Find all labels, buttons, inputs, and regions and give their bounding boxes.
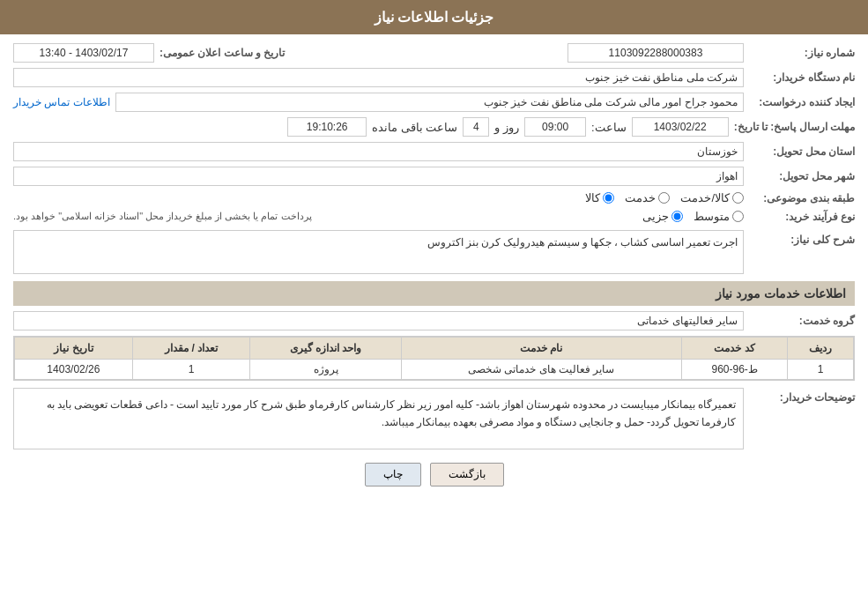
deadline-label: مهلت ارسال پاسخ: تا تاریخ: (734, 121, 855, 133)
radio-medium[interactable]: متوسط (694, 210, 744, 223)
col-unit: واحد اندازه گیری (250, 338, 401, 360)
goods-service-label: کالا/خدمت (680, 191, 730, 204)
deadline-days: 4 (463, 117, 489, 137)
city-label: شهر محل تحویل: (749, 170, 855, 182)
cell-service-name: سایر فعالیت های خدماتی شخصی (401, 360, 681, 380)
col-quantity: تعداد / مقدار (132, 338, 250, 360)
service-group-value: سایر فعالیتهای خدماتی (13, 311, 744, 330)
services-section-title: اطلاعات خدمات مورد نیاز (13, 281, 855, 306)
process-radio-group: متوسط جزیی (326, 210, 744, 223)
col-service-code: کد خدمت (681, 338, 787, 360)
col-row-num: ردیف (788, 338, 854, 360)
province-value: خوزستان (13, 142, 744, 161)
print-button[interactable]: چاپ (365, 463, 421, 486)
service-group-label: گروه خدمت: (749, 315, 855, 327)
back-button[interactable]: بازگشت (430, 463, 504, 486)
col-service-name: نام خدمت (401, 338, 681, 360)
deadline-time: 09:00 (524, 117, 586, 137)
buyer-org-value: شرکت ملی مناطق نفت خیز جنوب (13, 68, 744, 87)
deadline-time-label: ساعت: (591, 121, 627, 134)
need-description-value: اجرت تعمیر اساسی کشاب ، جکها و سیستم هید… (13, 230, 744, 274)
radio-service[interactable]: خدمت (625, 191, 670, 204)
page-title: جزئیات اطلاعات نیاز (0, 0, 868, 34)
category-radio-group: کالا/خدمت خدمت کالا (13, 191, 744, 204)
announcement-value: 1403/02/17 - 13:40 (13, 43, 154, 63)
process-description: پرداخت تمام یا بخشی از مبلغ خریداز محل "… (13, 211, 312, 222)
need-description-label: شرح کلی نیاز: (749, 230, 855, 246)
city-value: اهواز (13, 167, 744, 186)
process-label: نوع فرآیند خرید: (749, 211, 855, 223)
deadline-date: 1403/02/22 (632, 117, 729, 137)
announcement-label: تاریخ و ساعت اعلان عمومی: (160, 47, 285, 59)
buyer-notes-label: توضیحات خریدار: (749, 388, 855, 404)
col-date: تاریخ نیاز (15, 338, 133, 360)
goods-label: کالا (585, 191, 600, 204)
process-partial-label: جزیی (642, 210, 669, 223)
radio-goods[interactable]: کالا (585, 191, 614, 204)
need-number-value: 1103092288000383 (568, 43, 744, 63)
creator-value: محمود جراح امور مالی شرکت ملی مناطق نفت … (115, 93, 744, 112)
radio-partial[interactable]: جزیی (642, 210, 683, 223)
cell-service-code: ط-96-960 (681, 360, 787, 380)
creator-contact-link[interactable]: اطلاعات تماس خریدار (13, 96, 110, 108)
buyer-notes-value: تعمیرگاه بیمانکار میبایست در محدوده شهرس… (13, 388, 744, 449)
deadline-days-label: روز و (494, 121, 519, 134)
process-medium-label: متوسط (694, 210, 730, 223)
cell-row-num: 1 (788, 360, 854, 380)
category-label: طبقه بندی موضوعی: (749, 192, 855, 204)
buyer-org-label: نام دستگاه خریدار: (749, 71, 855, 84)
creator-label: ایجاد کننده درخواست: (749, 96, 855, 108)
radio-goods-service[interactable]: کالا/خدمت (680, 191, 744, 204)
deadline-remaining: 19:10:26 (287, 117, 367, 137)
services-table: ردیف کد خدمت نام خدمت واحد اندازه گیری ت… (13, 336, 855, 381)
table-row: 1 ط-96-960 سایر فعالیت های خدماتی شخصی پ… (15, 360, 854, 380)
deadline-remaining-label: ساعت باقی مانده (372, 121, 457, 134)
cell-quantity: 1 (132, 360, 250, 380)
service-label: خدمت (625, 191, 656, 204)
cell-unit: پروژه (250, 360, 401, 380)
cell-date: 1403/02/26 (15, 360, 133, 380)
need-number-label: شماره نیاز: (749, 47, 855, 59)
province-label: استان محل تحویل: (749, 145, 855, 158)
button-row: بازگشت چاپ (13, 463, 855, 486)
